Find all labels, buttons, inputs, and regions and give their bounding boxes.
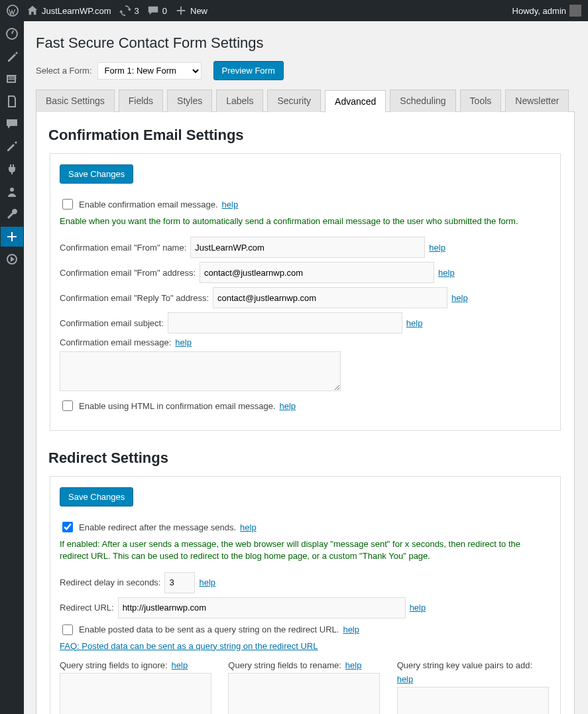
- redirect-url-help[interactable]: help: [410, 603, 426, 613]
- menu-pages[interactable]: [1, 91, 23, 111]
- confirm-box: Save Changes Enable confirmation email m…: [50, 153, 561, 431]
- confirm-fromname-input[interactable]: [190, 237, 425, 258]
- menu-comments[interactable]: [1, 114, 23, 134]
- preview-form-button[interactable]: Preview Form: [213, 61, 284, 80]
- menu-tools[interactable]: [1, 204, 23, 224]
- confirm-enable-label: Enable confirmation email message.: [79, 200, 218, 209]
- new-label: New: [190, 6, 207, 16]
- redirect-delay-input[interactable]: [164, 572, 195, 593]
- confirm-message-help[interactable]: help: [175, 337, 192, 347]
- avatar: [569, 5, 581, 17]
- q-add-help[interactable]: help: [397, 674, 414, 684]
- menu-extra[interactable]: [1, 249, 23, 269]
- confirm-hint: Enable when you want the form to automat…: [60, 215, 551, 227]
- new-link[interactable]: New: [175, 5, 207, 17]
- confirm-enable-help[interactable]: help: [222, 200, 239, 209]
- main-content: Fast Secure Contact Form Settings Select…: [24, 21, 588, 714]
- q-rename-textarea[interactable]: [228, 673, 380, 714]
- tab-security[interactable]: Security: [267, 89, 321, 112]
- tab-panel-advanced: Confirmation Email Settings Save Changes…: [36, 111, 575, 714]
- page-title: Fast Secure Contact Form Settings: [36, 34, 575, 52]
- menu-plugins[interactable]: [1, 159, 23, 179]
- q-rename-help[interactable]: help: [345, 660, 362, 670]
- confirm-fromname-label: Confirmation email "From" name:: [60, 243, 186, 253]
- redirect-enable-help[interactable]: help: [240, 522, 257, 532]
- account-link[interactable]: Howdy, admin: [512, 5, 581, 17]
- menu-appearance[interactable]: [1, 137, 23, 156]
- confirm-fromaddr-label: Confirmation email "From" address:: [60, 268, 196, 278]
- redirect-posted-checkbox[interactable]: [62, 625, 73, 635]
- menu-settings[interactable]: [1, 227, 23, 247]
- redirect-enable-checkbox[interactable]: [62, 522, 73, 532]
- svg-rect-5: [11, 232, 13, 241]
- redirect-title: Redirect Settings: [48, 449, 562, 467]
- redirect-enable-label: Enable redirect after the message sends.: [79, 522, 236, 532]
- menu-users[interactable]: [1, 182, 23, 202]
- redirect-posted-label: Enable posted data to be sent as a query…: [79, 625, 339, 634]
- tab-tools[interactable]: Tools: [460, 89, 502, 112]
- q-add-textarea[interactable]: [397, 687, 549, 714]
- confirm-replyto-input[interactable]: [213, 287, 447, 308]
- confirm-message-label: Confirmation email message:: [60, 337, 171, 347]
- svg-marker-7: [11, 257, 15, 262]
- q-add-label: Query string key value pairs to add:: [397, 660, 533, 670]
- confirm-save-button[interactable]: Save Changes: [60, 164, 133, 184]
- admin-bar: JustLearnWP.com 3 0 New Howdy, admin: [0, 0, 588, 21]
- confirm-replyto-help[interactable]: help: [451, 293, 468, 303]
- redirect-delay-help[interactable]: help: [199, 577, 215, 587]
- howdy-text: Howdy, admin: [512, 6, 566, 16]
- confirm-message-textarea[interactable]: [60, 351, 341, 391]
- redirect-faq-link[interactable]: FAQ: Posted data can be sent as a query …: [60, 641, 318, 651]
- confirm-html-help[interactable]: help: [280, 401, 296, 411]
- confirm-replyto-label: Confirmation email "Reply To" address:: [60, 293, 209, 303]
- redirect-url-label: Redirect URL:: [60, 603, 114, 613]
- select-form-label: Select a Form:: [36, 66, 92, 76]
- redirect-url-input[interactable]: [118, 597, 406, 619]
- redirect-posted-help[interactable]: help: [343, 625, 359, 634]
- comments-count: 0: [162, 6, 167, 16]
- redirect-save-button[interactable]: Save Changes: [60, 487, 133, 506]
- tab-styles[interactable]: Styles: [167, 89, 212, 112]
- tab-scheduling[interactable]: Scheduling: [390, 89, 455, 112]
- site-name: JustLearnWP.com: [42, 6, 111, 16]
- form-select[interactable]: Form 1: New Form: [97, 62, 202, 80]
- confirm-title: Confirmation Email Settings: [48, 127, 562, 144]
- tab-fields[interactable]: Fields: [119, 89, 163, 112]
- confirm-fromaddr-input[interactable]: [200, 262, 434, 283]
- wp-logo[interactable]: [7, 5, 19, 17]
- q-rename-label: Query string fields to rename:: [228, 660, 341, 670]
- tabs: Basic Settings Fields Styles Labels Secu…: [36, 89, 575, 112]
- tab-basic[interactable]: Basic Settings: [36, 89, 115, 112]
- q-ignore-textarea[interactable]: [60, 673, 211, 714]
- svg-point-3: [10, 188, 14, 192]
- updates-count: 3: [135, 6, 139, 16]
- tab-labels[interactable]: Labels: [216, 89, 263, 112]
- svg-point-0: [7, 5, 18, 16]
- tab-advanced[interactable]: Advanced: [325, 90, 386, 113]
- q-ignore-help[interactable]: help: [172, 660, 188, 670]
- comments-link[interactable]: 0: [147, 5, 167, 17]
- confirm-html-checkbox[interactable]: [62, 400, 73, 411]
- confirm-html-label: Enable using HTML in confirmation email …: [79, 401, 276, 411]
- confirm-enable-checkbox[interactable]: [62, 199, 73, 209]
- tab-newsletter[interactable]: Newsletter: [505, 89, 569, 112]
- q-ignore-label: Query string fields to ignore:: [60, 660, 168, 670]
- confirm-subject-label: Confirmation email subject:: [60, 318, 164, 328]
- updates-link[interactable]: 3: [119, 5, 139, 17]
- confirm-subject-input[interactable]: [168, 312, 402, 333]
- menu-dashboard[interactable]: [1, 24, 23, 44]
- admin-menu: [0, 21, 24, 714]
- confirm-subject-help[interactable]: help: [406, 318, 423, 328]
- menu-media[interactable]: [1, 69, 23, 89]
- redirect-delay-label: Redirect delay in seconds:: [60, 577, 160, 587]
- confirm-fromname-help[interactable]: help: [429, 243, 445, 253]
- site-link[interactable]: JustLearnWP.com: [27, 5, 111, 17]
- confirm-fromaddr-help[interactable]: help: [438, 268, 455, 278]
- redirect-hint: If enabled: After a user sends a message…: [60, 538, 551, 562]
- menu-posts[interactable]: [1, 46, 23, 66]
- redirect-box: Save Changes Enable redirect after the m…: [50, 476, 561, 714]
